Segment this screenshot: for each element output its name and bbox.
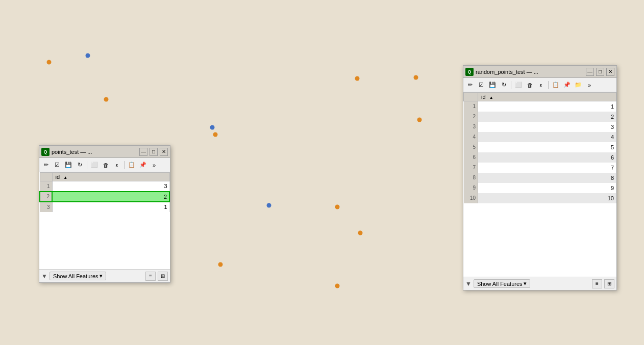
map-point-p7 <box>267 203 271 208</box>
right-copy-btn[interactable]: 📋 <box>551 80 561 90</box>
map-point-p12 <box>414 75 418 80</box>
right-table: id ▲ 1122334455667788991010 <box>463 92 616 277</box>
left-filter-icon: ▼ <box>41 273 47 280</box>
map-point-p3 <box>104 97 109 102</box>
left-refresh-btn[interactable]: ↻ <box>75 160 85 170</box>
map-point-p4 <box>210 125 215 130</box>
table-row[interactable]: 44 <box>464 132 616 142</box>
left-rownum-header <box>40 173 52 181</box>
right-sep2 <box>548 81 549 89</box>
table-row[interactable]: 88 <box>464 173 616 183</box>
right-toolbar: ✏ ☑ 💾 ↻ ⬜ 🗑 ε 📋 📌 📁 » <box>463 78 616 92</box>
right-minimize-btn[interactable]: — <box>586 68 594 76</box>
table-row[interactable]: 13 <box>40 181 169 192</box>
left-edit-btn[interactable]: ✏ <box>41 160 51 170</box>
right-select-btn[interactable]: ☑ <box>476 80 486 90</box>
right-save-btn[interactable]: 💾 <box>487 80 498 90</box>
left-delete-btn[interactable]: 🗑 <box>101 160 111 170</box>
map-point-p8 <box>335 205 340 209</box>
left-id-header[interactable]: id ▲ <box>52 173 169 181</box>
map-point-p13 <box>417 118 422 122</box>
map-point-p9 <box>355 76 360 81</box>
left-qgis-icon: Q <box>41 148 49 156</box>
right-more-btn[interactable]: » <box>584 80 595 90</box>
left-close-btn[interactable]: ✕ <box>160 148 168 156</box>
map-point-p5 <box>213 132 218 137</box>
left-status-btn1[interactable]: ≡ <box>145 272 156 281</box>
right-attribute-window: Q random_points_test — ... — □ ✕ ✏ ☑ 💾 ↻… <box>463 65 617 290</box>
right-sep1 <box>511 81 511 89</box>
left-more-btn[interactable]: » <box>149 160 159 170</box>
right-delete-btn[interactable]: 🗑 <box>525 80 535 90</box>
right-qgis-icon: Q <box>465 68 474 76</box>
table-row[interactable]: 31 <box>40 202 169 212</box>
table-row[interactable]: 33 <box>464 122 616 132</box>
right-status-bar: ▼ Show All Features ▾ ≡ ⊞ <box>463 277 616 290</box>
map-point-p1 <box>47 60 52 65</box>
table-row[interactable]: 22 <box>464 112 616 122</box>
left-copy-btn[interactable]: 📋 <box>127 160 137 170</box>
table-row[interactable]: 66 <box>464 152 616 163</box>
right-close-btn[interactable]: ✕ <box>606 68 614 76</box>
right-refresh-btn[interactable]: ↻ <box>499 80 509 90</box>
left-title-text: points_test — ... <box>52 149 137 155</box>
map-point-p2 <box>86 54 90 58</box>
left-toolbar: ✏ ☑ 💾 ↻ ⬜ 🗑 ε 📋 📌 » <box>39 158 170 172</box>
left-status-btn2[interactable]: ⊞ <box>158 272 168 281</box>
right-status-btn2[interactable]: ⊞ <box>604 279 614 288</box>
left-expr-btn[interactable]: ε <box>112 160 122 170</box>
left-paste-btn[interactable]: 📌 <box>138 160 148 170</box>
table-row[interactable]: 22 <box>40 192 169 202</box>
right-id-header[interactable]: id ▲ <box>478 93 616 101</box>
right-filter-icon: ▼ <box>465 280 472 287</box>
right-paste-btn[interactable]: 📌 <box>562 80 572 90</box>
table-row[interactable]: 55 <box>464 142 616 152</box>
left-deselect-btn[interactable]: ⬜ <box>89 160 100 170</box>
table-row[interactable]: 11 <box>464 101 616 112</box>
left-sep2 <box>124 161 125 169</box>
left-maximize-btn[interactable]: □ <box>150 148 158 156</box>
left-minimize-btn[interactable]: — <box>139 148 147 156</box>
left-table: id ▲ 132231 <box>39 172 170 269</box>
table-row[interactable]: 77 <box>464 163 616 173</box>
right-title-bar: Q random_points_test — ... — □ ✕ <box>463 66 616 78</box>
right-edit-btn[interactable]: ✏ <box>465 80 475 90</box>
map-point-p6 <box>218 262 223 267</box>
left-save-btn[interactable]: 💾 <box>63 160 73 170</box>
right-title-text: random_points_test — ... <box>476 69 584 75</box>
right-folder-btn[interactable]: 📁 <box>573 80 583 90</box>
left-status-bar: ▼ Show All Features ▾ ≡ ⊞ <box>39 269 170 282</box>
right-maximize-btn[interactable]: □ <box>596 68 604 76</box>
left-select-btn[interactable]: ☑ <box>52 160 62 170</box>
right-show-features-btn[interactable]: Show All Features ▾ <box>474 279 530 288</box>
map-point-p11 <box>335 284 340 288</box>
table-row[interactable]: 99 <box>464 183 616 193</box>
left-show-features-btn[interactable]: Show All Features ▾ <box>49 272 106 280</box>
left-sep1 <box>87 161 87 169</box>
map-point-p10 <box>358 231 363 235</box>
left-title-bar: Q points_test — ... — □ ✕ <box>39 146 170 158</box>
right-rownum-header <box>464 93 478 101</box>
table-row[interactable]: 1010 <box>464 193 616 203</box>
right-expr-btn[interactable]: ε <box>536 80 546 90</box>
left-attribute-window: Q points_test — ... — □ ✕ ✏ ☑ 💾 ↻ ⬜ 🗑 ε … <box>39 145 170 283</box>
right-status-btn1[interactable]: ≡ <box>592 279 602 288</box>
right-deselect-btn[interactable]: ⬜ <box>513 80 524 90</box>
